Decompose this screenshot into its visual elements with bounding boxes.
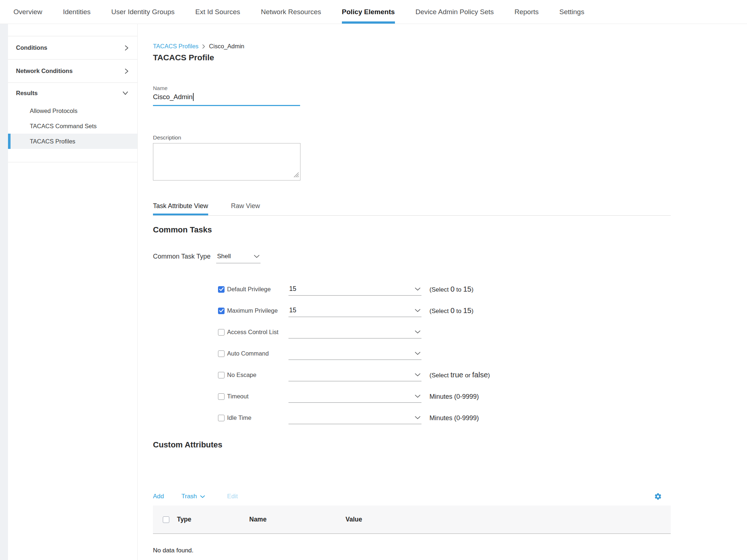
- top-navigation: Overview Identities User Identity Groups…: [0, 0, 747, 24]
- chevron-down-icon: [415, 416, 421, 419]
- add-button[interactable]: Add: [153, 493, 164, 500]
- access-control-list-select[interactable]: [288, 328, 421, 338]
- sidebar-top-spacer: [8, 24, 137, 36]
- no-escape-select[interactable]: [288, 371, 421, 381]
- nav-tab-reports[interactable]: Reports: [514, 0, 539, 24]
- tab-raw-view[interactable]: Raw View: [231, 202, 260, 215]
- description-field-group: Description: [153, 134, 747, 180]
- sidebar-item-allowed-protocols[interactable]: Allowed Protocols: [8, 103, 137, 118]
- tab-label: Task Attribute View: [153, 202, 208, 210]
- sidebar-item-label: TACACS Profiles: [30, 138, 75, 145]
- timeout-checkbox[interactable]: [218, 393, 225, 400]
- no-escape-checkbox[interactable]: [218, 372, 225, 378]
- add-button-label: Add: [153, 493, 164, 500]
- common-task-type-select[interactable]: Shell: [216, 253, 261, 263]
- chevron-down-icon: [415, 287, 421, 291]
- idle-time-checkbox[interactable]: [218, 415, 225, 421]
- maximum-privilege-select[interactable]: 15: [288, 307, 421, 317]
- page-title: TACACS Profile: [153, 53, 747, 62]
- description-label: Description: [153, 134, 747, 141]
- sidebar-item-conditions[interactable]: Conditions: [8, 36, 137, 60]
- chevron-right-icon: [202, 44, 205, 49]
- column-header-type: Type: [177, 516, 249, 523]
- default-privilege-checkbox[interactable]: [218, 286, 225, 293]
- nav-tab-label: Reports: [514, 8, 539, 16]
- auto-command-row: Auto Command: [218, 338, 747, 360]
- auto-command-checkbox[interactable]: [218, 350, 225, 357]
- select-all-checkbox[interactable]: [163, 516, 169, 523]
- sidebar-item-network-conditions[interactable]: Network Conditions: [8, 60, 137, 83]
- custom-attributes-heading: Custom Attributes: [153, 440, 747, 450]
- auto-command-select[interactable]: [288, 350, 421, 360]
- default-privilege-select[interactable]: 15: [288, 285, 421, 296]
- timeout-select[interactable]: [288, 393, 421, 403]
- name-input-value: Cisco_Admin: [153, 93, 193, 101]
- name-input[interactable]: Cisco_Admin: [153, 93, 300, 106]
- idle-time-select[interactable]: [288, 414, 421, 424]
- chevron-down-icon: [122, 91, 129, 95]
- select-hint: (Select 0 to 15): [429, 285, 473, 293]
- chevron-down-icon: [415, 309, 421, 312]
- nav-tab-settings[interactable]: Settings: [560, 0, 585, 24]
- sidebar-item-label: TACACS Command Sets: [30, 123, 97, 130]
- common-tasks-heading: Common Tasks: [153, 225, 747, 235]
- default-privilege-row: Default Privilege 15 (Select 0 to 15): [218, 274, 747, 296]
- tacacs-profile-page: Overview Identities User Identity Groups…: [0, 0, 747, 560]
- text-cursor: [193, 93, 194, 101]
- name-field-group: Name Cisco_Admin: [153, 85, 300, 106]
- sidebar-item-label: Conditions: [16, 44, 47, 51]
- view-tabs: Task Attribute View Raw View: [153, 202, 671, 216]
- access-control-list-row: Access Control List: [218, 317, 747, 338]
- common-task-type-label: Common Task Type: [153, 253, 210, 260]
- maximum-privilege-checkbox[interactable]: [218, 308, 225, 314]
- chevron-down-icon: [415, 394, 421, 398]
- common-task-type-value: Shell: [217, 253, 231, 260]
- nav-tab-ext-id-sources[interactable]: Ext Id Sources: [195, 0, 240, 24]
- checkbox-label: Default Privilege: [227, 286, 271, 293]
- sidebar-item-label: Allowed Protocols: [30, 107, 77, 114]
- chevron-down-icon: [200, 495, 205, 498]
- trash-button[interactable]: Trash: [181, 493, 205, 500]
- timeout-row: Timeout Minutes (0-9999): [218, 381, 747, 403]
- empty-table-message: No data found.: [153, 547, 671, 554]
- edit-button[interactable]: Edit: [227, 493, 238, 500]
- select-hint: (Select 0 to 15): [429, 306, 473, 315]
- nav-tab-identities[interactable]: Identities: [63, 0, 90, 24]
- name-label: Name: [153, 85, 300, 91]
- description-textarea[interactable]: [153, 143, 300, 180]
- tab-task-attribute-view[interactable]: Task Attribute View: [153, 202, 208, 215]
- idle-time-row: Idle Time Minutes (0-9999): [218, 403, 747, 424]
- access-control-list-checkbox[interactable]: [218, 329, 225, 336]
- nav-tab-label: Identities: [63, 8, 90, 16]
- select-hint: Minutes (0-9999): [429, 393, 479, 401]
- nav-tab-network-resources[interactable]: Network Resources: [261, 0, 321, 24]
- nav-tab-overview[interactable]: Overview: [13, 0, 42, 24]
- breadcrumb-link-tacacs-profiles[interactable]: TACACS Profiles: [153, 43, 198, 50]
- nav-tab-label: User Identity Groups: [111, 8, 174, 16]
- sidebar-item-label: Results: [16, 90, 38, 97]
- nav-tab-device-admin-policy-sets[interactable]: Device Admin Policy Sets: [416, 0, 494, 24]
- nav-tab-user-identity-groups[interactable]: User Identity Groups: [111, 0, 174, 24]
- sidebar-item-tacacs-profiles[interactable]: TACACS Profiles: [8, 134, 137, 149]
- sidebar: Conditions Network Conditions Results Al…: [8, 24, 138, 560]
- gear-icon[interactable]: [654, 492, 662, 500]
- nav-tab-label: Settings: [560, 8, 585, 16]
- sidebar-item-tacacs-command-sets[interactable]: TACACS Command Sets: [8, 118, 137, 134]
- nav-tab-label: Network Resources: [261, 8, 321, 16]
- maximum-privilege-row: Maximum Privilege 15 (Select 0 to 15): [218, 296, 747, 317]
- select-value: 15: [289, 307, 296, 314]
- main-content: TACACS Profiles Cisco_Admin TACACS Profi…: [138, 24, 747, 560]
- trash-button-label: Trash: [181, 493, 197, 500]
- chevron-down-icon: [415, 373, 421, 377]
- sidebar-section-divider: [8, 149, 137, 162]
- breadcrumb: TACACS Profiles Cisco_Admin: [153, 43, 747, 50]
- sidebar-item-results[interactable]: Results: [8, 83, 137, 103]
- nav-tab-label: Ext Id Sources: [195, 8, 240, 16]
- tab-label: Raw View: [231, 202, 260, 210]
- custom-attributes-toolbar: Add Trash Edit: [153, 492, 671, 500]
- edit-button-label: Edit: [227, 493, 238, 500]
- nav-tab-policy-elements[interactable]: Policy Elements: [342, 0, 395, 24]
- custom-attributes-table: Type Name Value No data found.: [153, 506, 671, 554]
- select-hint: (Select true or false): [429, 370, 490, 379]
- chevron-down-icon: [415, 352, 421, 355]
